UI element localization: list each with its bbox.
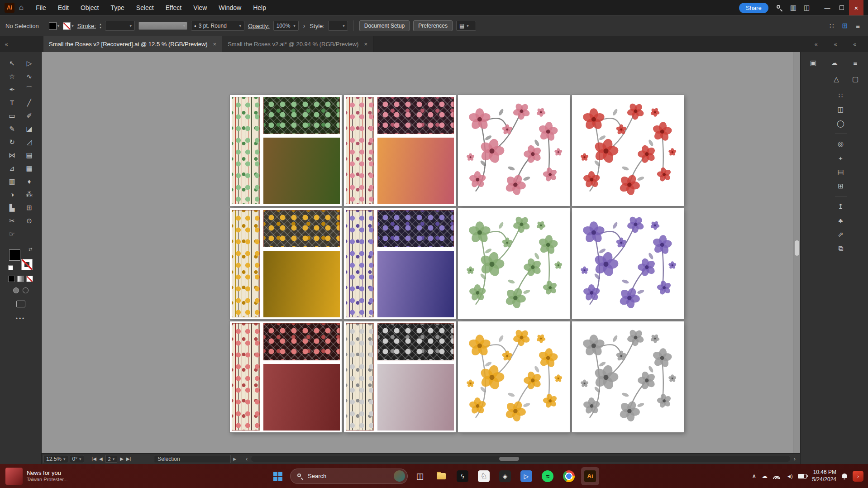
artboard-red-floral-swatch[interactable]	[572, 95, 684, 206]
document-tab[interactable]: Small the Roses v2.ai* @ 20.94 % (RGB/Pr…	[222, 36, 373, 52]
gradient-tool[interactable]: ▥	[4, 175, 21, 188]
lasso-tool[interactable]: ∿	[21, 70, 38, 83]
gradient-button[interactable]	[17, 276, 24, 282]
style-combo[interactable]: ▾	[328, 21, 348, 31]
artboard-yellow-floral-swatch[interactable]	[458, 321, 570, 432]
artboard-yellow-pattern-card[interactable]	[230, 208, 342, 319]
scroll-left-icon[interactable]: ‹	[243, 455, 250, 462]
pattern-block[interactable]	[377, 97, 454, 134]
tray-app-badge-icon[interactable]: ›	[853, 471, 863, 482]
pattern-block[interactable]	[377, 210, 454, 247]
pattern-block[interactable]	[263, 210, 340, 247]
menu-view[interactable]: View	[187, 0, 213, 15]
tray-chevron-icon[interactable]: ∧	[752, 473, 757, 479]
none-button[interactable]	[26, 276, 33, 282]
snap-grid-icon[interactable]: ∷	[830, 22, 834, 30]
menu-edit[interactable]: Edit	[52, 0, 75, 15]
pen-tool[interactable]: ✒	[4, 83, 21, 96]
vertical-scrollbar-thumb[interactable]	[795, 240, 799, 256]
screen-mode-button[interactable]	[16, 301, 25, 307]
collapse-panel-icon[interactable]: «	[834, 41, 837, 48]
artboard-gray-floral-swatch[interactable]	[572, 321, 684, 432]
app-gray-button[interactable]: ◈	[496, 467, 514, 485]
properties-panel-icon[interactable]: ≡	[850, 57, 861, 68]
start-button[interactable]	[269, 467, 287, 485]
mesh-tool[interactable]: ▦	[21, 162, 38, 175]
width-tool-tool[interactable]: ⋈	[4, 148, 21, 162]
artboard-green-pattern-card[interactable]	[230, 95, 342, 206]
artboards-panel-icon[interactable]: ⊞	[835, 181, 846, 191]
fill-stroke-control[interactable]: ⇄	[8, 247, 33, 270]
adjust-panel-icon[interactable]: ∷	[835, 90, 846, 101]
minimize-button[interactable]: —	[820, 0, 835, 15]
paintbrush-tool[interactable]: ✐	[21, 109, 38, 122]
scale-tool[interactable]: ◿	[21, 135, 38, 148]
curvature-tool[interactable]: ⌒	[21, 83, 38, 96]
document-setup-button[interactable]: Document Setup	[359, 20, 410, 31]
stroke-swatch[interactable]	[21, 259, 33, 270]
artboard-pink-floral-swatch[interactable]	[458, 95, 570, 206]
illustrator-button[interactable]: Ai	[581, 467, 599, 485]
app-blue-button[interactable]: ▷	[517, 467, 535, 485]
stroke-label[interactable]: Stroke:	[77, 23, 96, 29]
selection-tool[interactable]: ↖	[4, 57, 21, 70]
rotate-tool[interactable]: ↻	[4, 135, 21, 148]
app-light-button[interactable]: ♘	[475, 467, 493, 485]
rotation-combo[interactable]: 0°▾	[70, 455, 84, 463]
eraser-tool[interactable]: ◪	[21, 122, 38, 135]
menu-object[interactable]: Object	[75, 0, 105, 15]
artboard-number-combo[interactable]: 2 ▾	[105, 455, 118, 463]
pattern-strip[interactable]	[346, 97, 374, 204]
menu-effect[interactable]: Effect	[160, 0, 188, 15]
swap-fill-stroke-icon[interactable]: ⇄	[29, 247, 32, 252]
arrange-documents-icon[interactable]: ▥	[790, 4, 796, 12]
artboard-tool[interactable]: ⊞	[21, 201, 38, 214]
home-icon[interactable]: ⌂	[19, 3, 24, 12]
collapse-panel-icon[interactable]: «	[815, 41, 818, 48]
previous-artboard-button[interactable]: ◀	[99, 456, 103, 461]
align-combo[interactable]: ▤▾	[456, 21, 476, 31]
stroke-panel-icon[interactable]: ◫	[835, 104, 846, 115]
menu-file[interactable]: File	[30, 0, 52, 15]
pattern-strip[interactable]	[232, 210, 260, 317]
opacity-value-combo[interactable]: 100% ▾	[273, 21, 299, 31]
news-widget[interactable]: News for you Taiwan Protester...	[5, 468, 68, 485]
gradient-swatch[interactable]	[263, 251, 340, 317]
zoom-tool[interactable]: ⊙	[21, 214, 38, 227]
stroke-weight-combo[interactable]: ▾	[105, 21, 135, 31]
collapse-tools-icon[interactable]: «	[0, 36, 13, 52]
horizontal-scrollbar[interactable]: ‹ ›	[243, 454, 798, 464]
export-panel-icon[interactable]: ⇗	[835, 229, 846, 240]
scroll-right-icon[interactable]: ›	[791, 455, 798, 462]
width-profile-combo[interactable]: ▾	[138, 22, 187, 30]
task-view-button[interactable]: ◫	[411, 467, 429, 485]
volume-icon[interactable]: ◄)	[787, 474, 792, 479]
canvas[interactable]	[42, 52, 800, 453]
share-button[interactable]: Share	[739, 3, 768, 13]
shape-builder-panel-icon[interactable]: △	[831, 74, 842, 85]
taskbar-search[interactable]: Search	[290, 469, 408, 484]
fill-color-swatch[interactable]: ▾	[49, 22, 60, 30]
search-icon[interactable]	[776, 4, 783, 11]
type-tool[interactable]: T	[4, 96, 21, 109]
status-expand-icon[interactable]: ▶	[233, 457, 236, 461]
illustrator-logo-icon[interactable]: Ai	[5, 3, 14, 13]
layers-panel-icon[interactable]: ▤	[835, 167, 846, 177]
zoom-combo[interactable]: 12.5%▾	[43, 455, 68, 463]
artboard-green-floral-swatch[interactable]	[458, 208, 570, 319]
document-tab[interactable]: Small the Roses v2 [Recovered].ai @ 12.5…	[43, 36, 222, 52]
slice-tool[interactable]: ✂	[4, 214, 21, 227]
3d-materials-panel-icon[interactable]: ▣	[808, 57, 819, 68]
hand-tool[interactable]: ☞	[4, 227, 21, 240]
tab-close-icon[interactable]: ×	[213, 41, 217, 48]
free-transform-tool[interactable]: ▤	[21, 148, 38, 162]
menu-type[interactable]: Type	[105, 0, 130, 15]
gradient-swatch[interactable]	[263, 138, 340, 204]
duplicate-panel-icon[interactable]: ⧉	[835, 243, 846, 254]
libraries-panel-icon[interactable]: ☁	[829, 57, 840, 68]
rectangle-tool[interactable]: ▭	[4, 109, 21, 122]
gradient-swatch[interactable]	[377, 364, 454, 431]
first-artboard-button[interactable]: |◀	[92, 456, 96, 461]
symbols-panel-icon[interactable]: ♣	[835, 215, 846, 226]
brush-definition-combo[interactable]: ● 3 pt. Round ▾	[191, 21, 244, 31]
